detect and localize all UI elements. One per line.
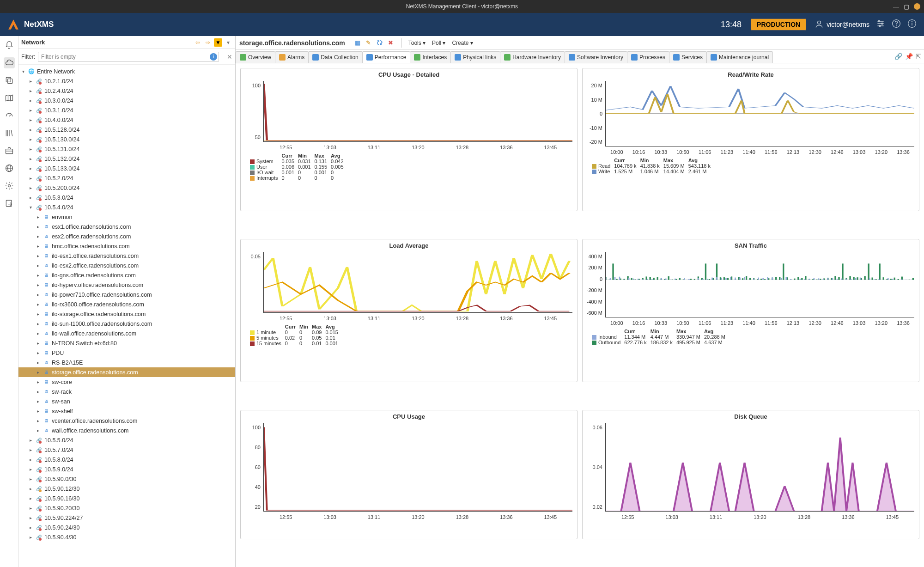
menu-chevron-icon[interactable]: ▾ [224,38,232,47]
back-arrow-icon[interactable]: ⇦ [194,38,202,47]
help-icon[interactable] [892,19,901,30]
close-button[interactable] [914,3,920,10]
tree-row[interactable]: ▸ sw-shelf [18,406,235,416]
delete-icon[interactable]: ✖ [387,39,395,47]
info-icon[interactable] [907,19,917,30]
tab[interactable]: Performance [362,51,411,63]
tree-row[interactable]: ▸ envmon [18,212,235,222]
rail-cloud-icon[interactable] [4,57,15,68]
tree-row[interactable]: ▸ sw-core [18,377,235,387]
tree-row[interactable]: ▸ 10.5.2.0/24 [18,173,235,183]
plot[interactable] [605,81,914,146]
tree-row[interactable]: ▾ 10.5.4.0/24 [18,202,235,212]
menu-item[interactable]: Tools ▾ [408,40,426,46]
rail-globe-icon[interactable] [4,163,15,174]
tree-row[interactable]: ▸ 10.5.90.16/30 [18,494,235,503]
filter-clear-icon[interactable]: ✕ [227,53,232,61]
tree-row[interactable]: ▸ 10.5.5.0/24 [18,435,235,445]
maximize-button[interactable]: ▢ [904,3,909,10]
tree-row[interactable]: ▸ 10.5.90.12/30 [18,484,235,494]
tree-row[interactable]: ▸ 10.4.0.0/24 [18,115,235,125]
plot[interactable] [263,423,572,512]
filter-input[interactable] [38,52,219,62]
refresh-icon[interactable]: 🗘 [376,39,384,47]
tree-row[interactable]: ▸ ilo-wall.office.radensolutions.com [18,329,235,338]
settings-icon[interactable] [876,19,885,30]
network-tree[interactable]: ▾ 🌐 Entire Network ▸ 10.2.1.0/24 ▸ 10.2.… [18,65,235,567]
tree-row[interactable]: ▸ 10.5.133.0/24 [18,164,235,173]
pin-icon[interactable]: 📌 [905,53,913,60]
tree-row[interactable]: ▸ 10.5.9.0/24 [18,464,235,474]
tree-row[interactable]: ▸ 10.5.200.0/24 [18,183,235,193]
tab[interactable]: Physical links [450,51,500,63]
tree-row[interactable]: ▸ ilo-hyperv.office.radensolutions.com [18,280,235,290]
minimize-button[interactable]: — [893,3,899,10]
tab[interactable]: Hardware Inventory [500,51,565,63]
tree-row[interactable]: ▸ PDU [18,348,235,358]
menu-item[interactable]: Create ▾ [452,40,473,46]
tree-row[interactable]: ▸ ilo-storage.office.radensolutions.com [18,309,235,319]
tree-row[interactable]: ▸ 10.5.7.0/24 [18,445,235,455]
rail-export-icon[interactable] [4,198,15,209]
tree-row[interactable]: ▾ 🌐 Entire Network [18,67,235,76]
tab[interactable]: Interfaces [410,51,451,63]
filter-icon[interactable]: ▼ [214,38,222,47]
tree-row[interactable]: ▸ ilo-esx2.office.radensolutions.com [18,261,235,270]
plot[interactable] [605,252,914,317]
tab[interactable]: Services [669,51,707,63]
fwd-arrow-icon[interactable]: ⇨ [204,38,212,47]
tab[interactable]: Software Inventory [565,51,627,63]
tree-row[interactable]: ▸ ilo-rx3600.office.radensolutions.com [18,299,235,309]
tree-row[interactable]: ▸ esx1.office.radensolutions.com [18,222,235,232]
edit-icon[interactable]: ✎ [365,39,373,47]
tab[interactable]: Alarms [275,51,309,63]
rail-gauge-icon[interactable] [4,110,15,121]
tree-row[interactable]: ▸ N-TRON Switch eb:6d:80 [18,338,235,348]
tree-row[interactable]: ▸ 10.5.130.0/24 [18,134,235,144]
tree-row[interactable]: ▸ hmc.office.radensolutions.com [18,241,235,251]
plot[interactable] [263,81,572,142]
plot[interactable] [605,423,914,512]
menu-item[interactable]: Poll ▾ [432,40,445,46]
popout-icon[interactable]: ⇱ [916,53,921,60]
tree-row[interactable]: ▸ 10.3.0.0/24 [18,96,235,105]
tree-row[interactable]: ▸ wall.office.radensolutions.com [18,426,235,435]
rail-copy-icon[interactable] [4,75,15,86]
user-menu[interactable]: victor@netxms [815,19,869,30]
rail-map-icon[interactable] [4,92,15,104]
tree-row[interactable]: ▸ 10.5.3.0/24 [18,193,235,202]
tree-row[interactable]: ▸ RS-B2A15E [18,358,235,367]
tab[interactable]: Processes [627,51,669,63]
rail-library-icon[interactable] [4,128,15,139]
tree-row[interactable]: ▸ 10.5.90.4/30 [18,532,235,542]
rail-bell-icon[interactable] [4,40,15,51]
tree-row[interactable]: ▸ ilo-power710.office.radensolutions.com [18,290,235,299]
tree-row[interactable]: ▸ 10.3.1.0/24 [18,105,235,115]
link-icon[interactable]: 🔗 [894,53,902,60]
tree-row[interactable]: ▸ 10.5.131.0/24 [18,144,235,154]
tree-row[interactable]: ▸ 10.5.90.20/30 [18,503,235,513]
tree-row[interactable]: ▸ ilo-gns.office.radensolutions.com [18,270,235,280]
tab[interactable]: Data Collection [308,51,362,63]
tree-row[interactable]: ▸ 10.5.90.224/27 [18,513,235,523]
tree-row[interactable]: ▸ storage.office.radensolutions.com [18,367,235,377]
table-icon[interactable]: ▦ [353,39,362,47]
tree-row[interactable]: ▸ 10.2.1.0/24 [18,76,235,86]
tree-row[interactable]: ▸ 10.5.90.0/30 [18,474,235,484]
tree-row[interactable]: ▸ sw-san [18,396,235,406]
tree-row[interactable]: ▸ 10.5.90.24/30 [18,523,235,532]
tree-row[interactable]: ▸ 10.5.8.0/24 [18,455,235,464]
tree-row[interactable]: ▸ 10.5.132.0/24 [18,154,235,164]
tree-row[interactable]: ▸ vcenter.office.radensolutions.com [18,416,235,426]
tree-row[interactable]: ▸ 10.5.128.0/24 [18,125,235,134]
rail-briefcase-icon[interactable] [4,145,15,156]
tab[interactable]: Maintenance journal [706,51,773,63]
tree-row[interactable]: ▸ ilo-esx1.office.radensolutions.com [18,251,235,261]
tab[interactable]: Overview [236,51,275,63]
tree-row[interactable]: ▸ 10.2.4.0/24 [18,86,235,96]
plot[interactable] [263,252,572,313]
filter-info-icon[interactable]: i [210,53,217,61]
tree-row[interactable]: ▸ ilo-sun-t1000.office.radensolutions.co… [18,319,235,329]
tree-row[interactable]: ▸ sw-rack [18,387,235,396]
rail-gear-icon[interactable] [4,180,15,191]
